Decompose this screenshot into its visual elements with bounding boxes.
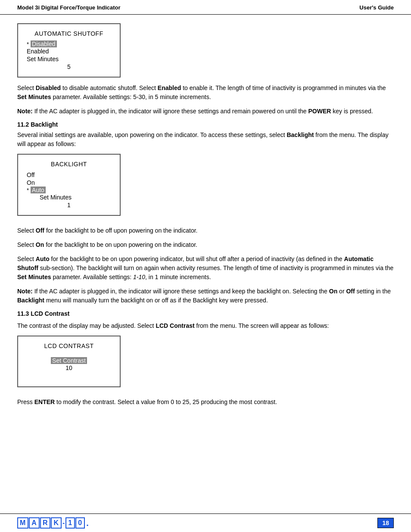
bold-enter: ENTER: [34, 398, 55, 405]
para-select-on: Select On for the backlight to be on upo…: [17, 240, 394, 249]
logo-k: K: [51, 517, 62, 529]
backlight-minutes-value: 1: [27, 201, 111, 209]
autoshutoff-minutes-value: 5: [27, 63, 111, 71]
lcd-contrast-box: LCD CONTRAST Set Contrast 10: [17, 336, 121, 387]
logo-m: M: [17, 517, 28, 529]
bold-setminutes2: Set Minutes: [17, 274, 51, 280]
para-backlight-intro: Several initial settings are available, …: [17, 131, 394, 149]
bold-setminutes: Set Minutes: [17, 93, 51, 100]
autoshutoff-item-disabled: * Disabled: [27, 40, 111, 47]
lcd-contrast-value: 10: [27, 364, 111, 372]
bold-autoshutoff-ref: Automatic Shutoff: [17, 255, 374, 271]
lcd-contrast-title: LCD CONTRAST: [27, 342, 111, 349]
header-right-title: User's Guide: [359, 4, 394, 11]
note2-label: Note:: [17, 288, 33, 295]
note2-on: On: [329, 288, 337, 295]
autoshutoff-setminutes: Set Minutes: [27, 55, 111, 63]
para-select-auto: Select Auto for the backlight to be on u…: [17, 255, 394, 282]
page-footer: M A R K - 1 0 . 18: [0, 513, 411, 532]
mark10-logo: M A R K - 1 0 .: [17, 517, 89, 529]
logo-r: R: [40, 517, 51, 529]
italic-range: 1-10: [133, 274, 145, 280]
bold-auto: Auto: [36, 255, 50, 262]
autoshutoff-title: AUTOMATIC SHUTOFF: [27, 30, 111, 37]
note2-off: Off: [346, 288, 355, 295]
header-left-title: Model 3i Digital Force/Torque Indicator: [17, 4, 121, 11]
logo-1: 1: [65, 517, 75, 529]
backlight-setminutes: Set Minutes: [27, 193, 111, 201]
para-lcd-intro: The contrast of the display may be adjus…: [17, 321, 394, 330]
logo-0: 0: [75, 517, 85, 529]
autoshutoff-box: AUTOMATIC SHUTOFF * Disabled Enabled Set…: [17, 23, 121, 78]
autoshutoff-enabled: Enabled: [27, 47, 111, 55]
para-autoshutoff-desc: Select Disabled to disable automatic shu…: [17, 84, 394, 102]
autoshutoff-disabled-label: Disabled: [31, 40, 56, 47]
backlight-auto-label: Auto: [31, 187, 46, 193]
backlight-title: BACKLIGHT: [27, 161, 111, 168]
backlight-item-auto: * Auto: [27, 187, 111, 193]
autoshutoff-bullet-disabled: *: [27, 41, 29, 47]
lcd-setcontrast-label: Set Contrast: [51, 357, 87, 364]
note2: Note: If the AC adapter is plugged in, t…: [17, 287, 394, 305]
note1: Note: If the AC adapter is plugged in, t…: [17, 107, 394, 116]
note1-power: POWER: [308, 108, 331, 115]
para-select-off: Select Off for the backlight to be off u…: [17, 226, 394, 235]
backlight-item-off: Off: [27, 171, 111, 179]
bold-on: On: [36, 241, 44, 248]
logo-a: A: [29, 517, 40, 529]
section-heading-backlight: 11.2 Backlight: [17, 121, 394, 128]
bold-disabled: Disabled: [36, 84, 61, 91]
bold-off: Off: [36, 227, 44, 234]
bold-lcd-contrast: LCD Contrast: [156, 322, 194, 329]
para-press-enter: Press ENTER to modify the contrast. Sele…: [17, 398, 394, 407]
page-number: 18: [377, 518, 394, 528]
logo-dash: -: [62, 519, 65, 527]
bold-backlight: Backlight: [286, 131, 314, 138]
backlight-bullet-auto: *: [27, 187, 29, 193]
logo-dot: .: [86, 518, 89, 528]
section-heading-lcd: 11.3 LCD Contrast: [17, 310, 394, 317]
note1-label: Note:: [17, 108, 33, 115]
note2-backlight: Backlight: [17, 297, 44, 304]
bold-enabled: Enabled: [158, 84, 181, 91]
lcd-setcontrast-line: Set Contrast: [27, 357, 111, 364]
backlight-item-on: On: [27, 179, 111, 187]
backlight-box: BACKLIGHT Off On * Auto Set Minutes 1: [17, 154, 121, 216]
